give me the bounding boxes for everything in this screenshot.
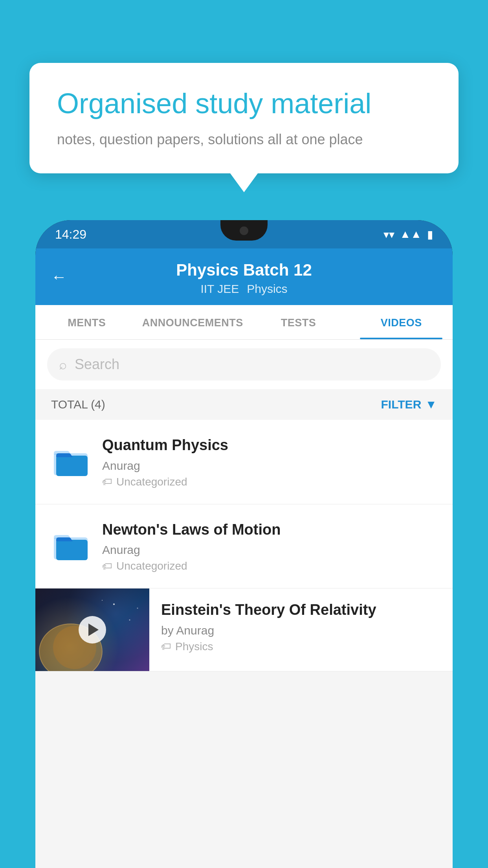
front-camera <box>240 226 248 235</box>
tag-label: Uncategorized <box>116 476 187 488</box>
list-item[interactable]: Quantum Physics Anurag 🏷 Uncategorized <box>35 420 453 504</box>
video-info: Quantum Physics Anurag 🏷 Uncategorized <box>102 436 437 488</box>
tab-tests[interactable]: TESTS <box>247 305 350 339</box>
tab-announcements[interactable]: ANNOUNCEMENTS <box>138 305 247 339</box>
speech-bubble-title: Organised study material <box>57 86 431 120</box>
tag-label: Uncategorized <box>116 560 187 572</box>
search-bar-container: ⌕ Search <box>35 340 453 389</box>
search-placeholder: Search <box>75 356 119 373</box>
status-time: 14:29 <box>55 227 86 242</box>
total-count: TOTAL (4) <box>51 398 105 411</box>
folder-icon <box>51 526 90 566</box>
status-bar: 14:29 ▾▾ ▲▲ ▮ <box>35 220 453 248</box>
list-item[interactable]: Newton's Laws of Motion Anurag 🏷 Uncateg… <box>35 504 453 588</box>
video-tag: 🏷 Uncategorized <box>102 560 437 572</box>
speech-bubble-subtitle: notes, question papers, solutions all at… <box>57 131 431 148</box>
tag-icon: 🏷 <box>102 560 112 572</box>
tabs-bar: MENTS ANNOUNCEMENTS TESTS VIDEOS <box>35 305 453 340</box>
wifi-icon: ▾▾ <box>383 228 394 241</box>
screen-title: Physics Batch 12 <box>51 260 437 280</box>
phone-frame: 14:29 ▾▾ ▲▲ ▮ ← Physics Batch 12 IIT JEE… <box>35 220 453 868</box>
header-tags: IIT JEE Physics <box>51 282 437 296</box>
video-info: Einstein's Theory Of Relativity by Anura… <box>149 588 453 664</box>
video-author: Anurag <box>102 459 437 473</box>
tag-icon: 🏷 <box>102 476 112 488</box>
tag-label: Physics <box>175 640 213 653</box>
video-author: by Anurag <box>161 624 441 637</box>
folder-icon <box>51 442 90 482</box>
video-title: Quantum Physics <box>102 436 437 455</box>
filter-bar: TOTAL (4) FILTER ▼ <box>35 389 453 420</box>
notch <box>220 220 268 241</box>
video-title: Newton's Laws of Motion <box>102 520 437 539</box>
filter-label: FILTER <box>381 398 422 411</box>
tag-icon: 🏷 <box>161 640 171 653</box>
phone-content: ⌕ Search TOTAL (4) FILTER ▼ <box>35 340 453 868</box>
tab-videos[interactable]: VIDEOS <box>350 305 453 339</box>
tag-iitjee: IIT JEE <box>200 282 239 296</box>
video-author: Anurag <box>102 543 437 557</box>
search-icon: ⌕ <box>59 357 67 372</box>
svg-point-7 <box>113 603 115 605</box>
back-button[interactable]: ← <box>51 268 67 286</box>
tag-physics: Physics <box>247 282 287 296</box>
video-title: Einstein's Theory Of Relativity <box>161 600 441 620</box>
battery-icon: ▮ <box>427 228 433 241</box>
svg-point-9 <box>102 600 103 601</box>
video-thumbnail <box>35 588 149 671</box>
svg-rect-1 <box>56 456 88 476</box>
search-field[interactable]: ⌕ Search <box>47 348 441 381</box>
video-info: Newton's Laws of Motion Anurag 🏷 Uncateg… <box>102 520 437 572</box>
filter-button[interactable]: FILTER ▼ <box>381 398 437 411</box>
tab-ments[interactable]: MENTS <box>35 305 138 339</box>
list-item[interactable]: Einstein's Theory Of Relativity by Anura… <box>35 588 453 671</box>
video-tag: 🏷 Physics <box>161 640 441 653</box>
svg-rect-3 <box>56 540 88 560</box>
filter-icon: ▼ <box>425 398 437 411</box>
video-tag: 🏷 Uncategorized <box>102 476 437 488</box>
play-button[interactable] <box>79 616 106 644</box>
signal-icon: ▲▲ <box>400 228 422 241</box>
svg-point-8 <box>129 620 130 621</box>
video-list: Quantum Physics Anurag 🏷 Uncategorized <box>35 420 453 671</box>
svg-point-10 <box>137 608 138 609</box>
app-header: ← Physics Batch 12 IIT JEE Physics <box>35 248 453 305</box>
status-icons: ▾▾ ▲▲ ▮ <box>383 228 433 241</box>
speech-bubble-card: Organised study material notes, question… <box>29 63 459 173</box>
